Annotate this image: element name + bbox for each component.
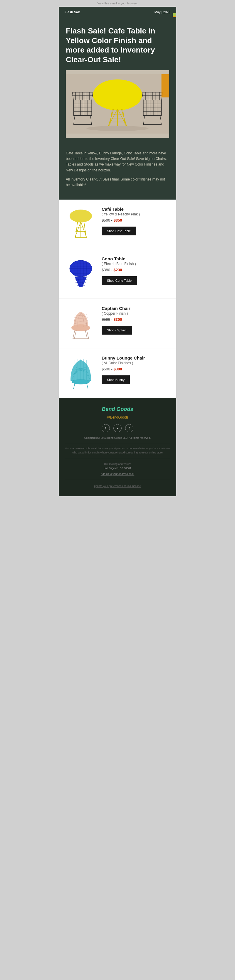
cafe-table-image xyxy=(65,207,97,242)
product-row-captain-chair: Captain Chair ( Copper Finish ) $500 - $… xyxy=(59,299,176,348)
footer-handle: @BendGoods xyxy=(65,415,170,419)
svg-line-96 xyxy=(87,383,88,389)
cafe-table-variant: ( Yellow & Peachy Pink ) xyxy=(102,212,170,216)
email-header: Flash Sale May | 2023 xyxy=(59,7,176,18)
cono-table-info: Cono Table ( Electric Blue Finish ) $380… xyxy=(102,256,170,285)
footer-divider xyxy=(65,443,170,443)
instagram-icon[interactable]: ● xyxy=(114,424,121,432)
bunny-chair-svg xyxy=(65,355,97,391)
svg-point-55 xyxy=(70,210,92,223)
product-row-cono-table: Cono Table ( Electric Blue Finish ) $380… xyxy=(59,249,176,299)
hero-section: Flash Sale! Cafe Table in Yellow Color F… xyxy=(59,18,176,145)
shop-bunny-button[interactable]: Shop Bunny xyxy=(102,375,130,384)
hero-illustration xyxy=(66,70,169,138)
bunny-chair-pricing: $500 - $300 xyxy=(102,367,170,371)
body-text-section: Cafe Table in Yellow, Bunny Lounge, Cono… xyxy=(59,145,176,200)
cafe-table-sale-price: $350 xyxy=(114,218,122,223)
footer-divider-2 xyxy=(65,459,170,459)
flash-sale-label: Flash Sale xyxy=(65,10,80,14)
svg-point-94 xyxy=(72,380,90,384)
bunny-chair-sale-price: $300 xyxy=(114,367,122,371)
facebook-icon[interactable]: f xyxy=(102,424,110,432)
bunny-chair-image xyxy=(65,355,97,391)
email-wrapper: View this email in your browser Flash Sa… xyxy=(59,0,176,496)
body-paragraph-1: Cafe Table in Yellow, Bunny Lounge, Cono… xyxy=(66,151,169,173)
twitter-icon[interactable]: t xyxy=(125,424,133,432)
svg-line-63 xyxy=(84,222,86,237)
date-label: May | 2023 xyxy=(155,10,170,14)
footer-divider-3 xyxy=(65,479,170,479)
cono-table-svg xyxy=(65,256,97,291)
body-paragraph-2: All Inventory Clear-Out Sales final. Som… xyxy=(66,177,169,188)
view-browser-link[interactable]: View this email in your browser xyxy=(97,2,138,5)
logo-text: Bend Goods xyxy=(102,406,133,412)
captain-chair-original-price: $500 xyxy=(102,317,110,322)
accent-green xyxy=(173,13,176,16)
add-to-address-link[interactable]: Add us to your address book xyxy=(65,473,170,476)
social-icons-row: f ● t xyxy=(65,424,170,432)
cono-table-name: Cono Table xyxy=(102,256,170,261)
bunny-chair-name: Bunny Lounge Chair xyxy=(102,355,170,360)
captain-chair-variant: ( Copper Finish ) xyxy=(102,312,170,315)
cafe-table-svg xyxy=(65,207,97,242)
header-accent xyxy=(173,7,176,18)
email-footer: Bend Goods @BendGoods f ● t Copyright (C… xyxy=(59,398,176,496)
shop-captain-button[interactable]: Shop Captain xyxy=(102,326,132,334)
products-section: Café Table ( Yellow & Peachy Pink ) $500… xyxy=(59,200,176,398)
footer-logo: Bend Goods xyxy=(65,406,170,412)
captain-chair-name: Captain Chair xyxy=(102,306,170,311)
cafe-table-original-price: $500 xyxy=(102,218,110,223)
accent-orange xyxy=(173,16,176,18)
svg-line-62 xyxy=(75,222,78,237)
captain-chair-sale-price: $300 xyxy=(114,317,122,322)
svg-line-95 xyxy=(74,383,75,389)
cono-table-original-price: $380 xyxy=(102,268,110,272)
bunny-chair-variant: ( All Color Finishes ) xyxy=(102,361,170,365)
product-row-cafe-table: Café Table ( Yellow & Peachy Pink ) $500… xyxy=(59,200,176,249)
footer-copyright: Copyright (C) 2023 Bend Goods LLC. All r… xyxy=(65,436,170,439)
svg-rect-54 xyxy=(161,74,169,97)
captain-chair-image xyxy=(65,306,97,341)
footer-address-label: Our mailing address is: xyxy=(65,463,170,466)
captain-chair-info: Captain Chair ( Copper Finish ) $500 - $… xyxy=(102,306,170,334)
captain-chair-pricing: $500 - $300 xyxy=(102,317,170,322)
hero-image xyxy=(66,70,169,138)
bunny-chair-original-price: $500 xyxy=(102,367,110,371)
cafe-table-info: Café Table ( Yellow & Peachy Pink ) $500… xyxy=(102,207,170,235)
accent-dark xyxy=(173,7,176,13)
view-browser-bar: View this email in your browser xyxy=(59,0,176,7)
shop-cono-table-button[interactable]: Shop Cono Table xyxy=(102,276,137,285)
footer-body-text: You are receiving this email because you… xyxy=(65,447,170,455)
cafe-table-name: Café Table xyxy=(102,207,170,212)
cono-table-variant: ( Electric Blue Finish ) xyxy=(102,262,170,266)
cafe-table-pricing: $500 - $350 xyxy=(102,218,170,223)
bunny-chair-info: Bunny Lounge Chair ( All Color Finishes … xyxy=(102,355,170,384)
footer-address: Los Angeles, CA 90001 xyxy=(65,467,170,469)
cono-table-image xyxy=(65,256,97,291)
svg-point-22 xyxy=(93,79,142,110)
unsubscribe-link[interactable]: update your preferences or unsubscribe xyxy=(94,485,141,487)
hero-title: Flash Sale! Cafe Table in Yellow Color F… xyxy=(66,26,169,64)
shop-cafe-table-button[interactable]: Shop Cafe Table xyxy=(102,227,136,235)
product-row-bunny-chair: Bunny Lounge Chair ( All Color Finishes … xyxy=(59,348,176,398)
cono-table-pricing: $380 - $230 xyxy=(102,268,170,272)
svg-point-1 xyxy=(86,126,148,131)
captain-chair-svg xyxy=(65,306,97,341)
cono-table-sale-price: $230 xyxy=(114,268,122,272)
